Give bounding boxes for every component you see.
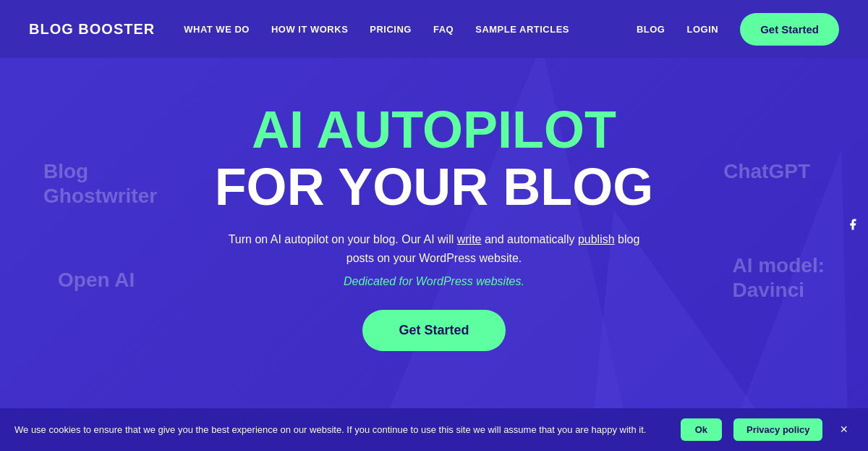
nav-link-blog[interactable]: BLOG: [637, 24, 665, 35]
hero-subtitle: Dedicated for WordPress websites.: [344, 275, 524, 288]
nav-link-faq[interactable]: FAQ: [433, 24, 454, 35]
page-wrapper: BlogGhostwriter Open AI ChatGPT AI model…: [0, 0, 868, 451]
nav-links: WHAT WE DO HOW IT WORKS PRICING FAQ SAMP…: [184, 24, 637, 35]
facebook-icon[interactable]: [846, 216, 859, 235]
nav-link-sample-articles[interactable]: SAMPLE ARTICLES: [475, 24, 569, 35]
hero-section: AI AUTOPILOT FOR YOUR BLOG Turn on AI au…: [0, 58, 868, 351]
nav-right: BLOG LOGIN Get Started: [637, 13, 839, 46]
nav-link-what-we-do[interactable]: WHAT WE DO: [184, 24, 250, 35]
cookie-ok-button[interactable]: Ok: [681, 418, 722, 441]
nav-link-pricing[interactable]: PRICING: [370, 24, 412, 35]
navbar: BLOG BOOSTER WHAT WE DO HOW IT WORKS PRI…: [0, 0, 868, 58]
hero-title-white: FOR YOUR BLOG: [215, 159, 654, 216]
cookie-close-button[interactable]: ×: [834, 419, 854, 440]
nav-logo[interactable]: BLOG BOOSTER: [29, 21, 155, 38]
nav-get-started-button[interactable]: Get Started: [740, 13, 839, 46]
hero-get-started-button[interactable]: Get Started: [362, 310, 505, 351]
hero-description: Turn on AI autopilot on your blog. Our A…: [217, 230, 651, 267]
hero-title-green: AI AUTOPILOT: [252, 101, 616, 159]
nav-link-login[interactable]: LOGIN: [686, 24, 718, 35]
nav-link-how-it-works[interactable]: HOW IT WORKS: [271, 24, 348, 35]
cookie-text: We use cookies to ensure that we give yo…: [14, 424, 669, 435]
cookie-banner: We use cookies to ensure that we give yo…: [0, 408, 868, 451]
cookie-policy-button[interactable]: Privacy policy: [733, 418, 822, 441]
